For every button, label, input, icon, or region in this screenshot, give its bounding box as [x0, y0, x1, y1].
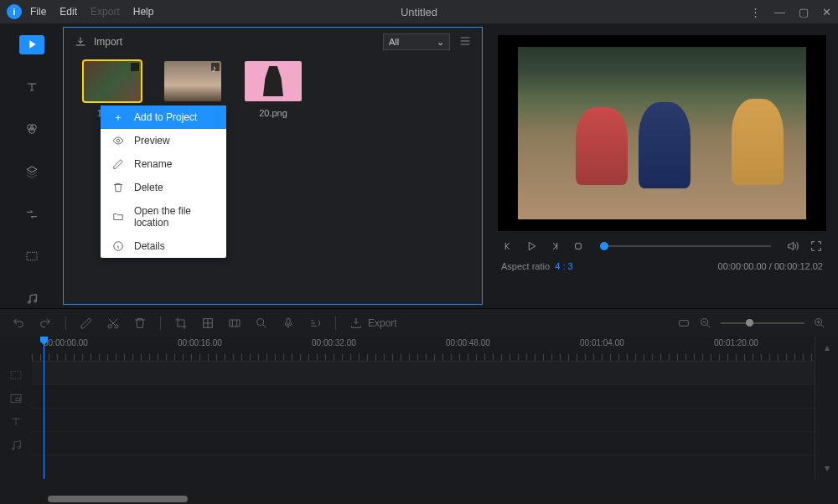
- ctx-rename[interactable]: Rename: [101, 152, 226, 176]
- next-frame-button[interactable]: [548, 239, 561, 253]
- svg-point-21: [12, 448, 14, 450]
- timeline-hscroll[interactable]: [32, 496, 813, 502]
- close-button[interactable]: ✕: [822, 6, 831, 18]
- ctx-item-label: Details: [134, 240, 165, 252]
- overlays-tab-icon[interactable]: [22, 162, 42, 182]
- scroll-up-icon[interactable]: ▴: [825, 342, 830, 353]
- ruler-tick: 00:00:48.00: [446, 338, 490, 347]
- fullscreen-icon[interactable]: [810, 239, 823, 253]
- ctx-item-label: Add to Project: [134, 111, 197, 123]
- ctx-delete[interactable]: Delete: [101, 176, 226, 199]
- svg-rect-15: [680, 320, 689, 326]
- volume-icon[interactable]: [786, 239, 799, 253]
- scrubber-handle[interactable]: [600, 242, 608, 250]
- scroll-down-icon[interactable]: ▾: [825, 462, 830, 474]
- undo-button[interactable]: [12, 316, 25, 330]
- cut-button[interactable]: [106, 316, 120, 330]
- media-tab-icon[interactable]: [19, 35, 44, 54]
- redo-button[interactable]: [39, 316, 52, 330]
- ctx-item-label: Delete: [134, 182, 163, 193]
- window-title: Untitled: [401, 6, 437, 18]
- track-row-text[interactable]: [32, 409, 815, 432]
- play-button[interactable]: [525, 239, 538, 253]
- preview-controls: [498, 231, 826, 258]
- playhead[interactable]: [44, 337, 44, 479]
- audio-badge-icon: ♪: [211, 63, 220, 71]
- ruler-tick: 00:01:04.00: [580, 338, 624, 347]
- crop-button[interactable]: [174, 316, 188, 330]
- zoom-slider[interactable]: [721, 322, 804, 324]
- svg-point-4: [28, 301, 30, 303]
- audio-track-icon[interactable]: [0, 434, 32, 457]
- menu-edit[interactable]: Edit: [59, 6, 77, 18]
- zoom-tool-button[interactable]: [255, 316, 268, 330]
- ctx-add-to-project[interactable]: ＋ Add to Project: [101, 105, 226, 129]
- minimize-button[interactable]: —: [774, 6, 785, 18]
- voiceover-button[interactable]: [282, 316, 295, 330]
- elements-tab-icon[interactable]: [22, 247, 42, 266]
- timeline-zoom: [677, 316, 826, 330]
- list-view-icon[interactable]: [458, 34, 472, 50]
- ctx-item-label: Rename: [134, 158, 172, 170]
- media-thumbnail[interactable]: [84, 61, 141, 101]
- kebab-icon[interactable]: ⋮: [750, 6, 761, 18]
- import-button[interactable]: Import: [74, 35, 122, 49]
- freeze-button[interactable]: [228, 316, 241, 330]
- scrollbar-thumb[interactable]: [48, 496, 189, 502]
- pip-track-icon[interactable]: [0, 387, 32, 410]
- maximize-button[interactable]: ▢: [799, 6, 809, 18]
- mosaic-button[interactable]: [201, 316, 215, 330]
- media-thumbnail[interactable]: ♪: [164, 61, 221, 101]
- aspect-ratio-label: Aspect ratio: [501, 261, 550, 271]
- video-track-icon[interactable]: [0, 363, 32, 387]
- speed-button[interactable]: [308, 316, 322, 330]
- timeline-toolbar: Export: [0, 308, 838, 337]
- zoom-handle[interactable]: [746, 319, 753, 327]
- ctx-preview[interactable]: Preview: [101, 129, 226, 152]
- filters-tab-icon[interactable]: [22, 120, 42, 139]
- media-header: Import All ⌄: [64, 28, 482, 56]
- separator: [160, 316, 161, 330]
- svg-rect-12: [230, 320, 240, 327]
- ctx-open-location[interactable]: Open the file location: [101, 199, 226, 234]
- track-labels: [0, 337, 32, 479]
- svg-point-5: [34, 300, 36, 302]
- main-area: Import All ⌄ 198843 ♪ 20.png: [0, 23, 838, 308]
- text-track-icon[interactable]: [0, 410, 32, 434]
- zoom-in-button[interactable]: [813, 316, 826, 330]
- text-tab-icon[interactable]: [22, 78, 42, 97]
- delete-button[interactable]: [133, 316, 147, 330]
- stop-button[interactable]: [572, 239, 585, 253]
- ruler-tick: 00:00:32.00: [312, 338, 356, 347]
- menu-export[interactable]: Export: [91, 6, 120, 18]
- timeline-ruler[interactable]: 00:00:00.00 00:00:16.00 00:00:32.00 00:0…: [32, 337, 815, 362]
- fit-button[interactable]: [677, 316, 691, 330]
- track-row-video[interactable]: [32, 362, 815, 385]
- svg-rect-3: [27, 253, 37, 260]
- timeline: 00:00:00.00 00:00:16.00 00:00:32.00 00:0…: [0, 337, 838, 479]
- track-area[interactable]: 00:00:00.00 00:00:16.00 00:00:32.00 00:0…: [32, 337, 815, 479]
- prev-frame-button[interactable]: [501, 239, 515, 253]
- ruler-tick: 00:01:20.00: [714, 338, 758, 347]
- svg-rect-20: [16, 398, 20, 400]
- import-label: Import: [94, 36, 122, 48]
- music-tab-icon[interactable]: [22, 289, 42, 308]
- menu-help[interactable]: Help: [133, 6, 154, 18]
- transitions-tab-icon[interactable]: [22, 204, 42, 224]
- preview-frame: [518, 47, 807, 219]
- preview-viewport[interactable]: [498, 35, 826, 231]
- filter-dropdown[interactable]: All ⌄: [383, 33, 450, 50]
- track-row-pip[interactable]: [32, 385, 815, 409]
- edit-button[interactable]: [80, 316, 93, 330]
- aspect-ratio-value[interactable]: 4 : 3: [555, 261, 572, 271]
- media-thumbnail[interactable]: [245, 61, 302, 101]
- media-item-label: 20.png: [259, 108, 287, 118]
- media-item[interactable]: 20.png: [245, 61, 302, 118]
- preview-scrubber[interactable]: [600, 245, 771, 247]
- video-badge-icon: [131, 63, 139, 71]
- menu-file[interactable]: File: [30, 6, 46, 18]
- track-row-audio[interactable]: [32, 432, 815, 455]
- export-button[interactable]: Export: [349, 316, 397, 330]
- ctx-details[interactable]: Details: [101, 234, 226, 258]
- zoom-out-button[interactable]: [699, 316, 712, 330]
